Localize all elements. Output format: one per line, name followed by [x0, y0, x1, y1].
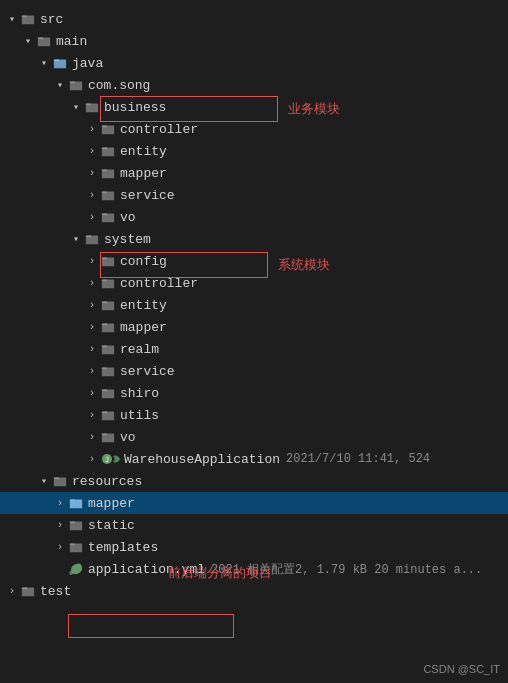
svg-rect-37	[102, 412, 107, 414]
arrow-business[interactable]	[68, 99, 84, 115]
tree-item-utils[interactable]: utils	[0, 404, 508, 426]
arrow-vo2[interactable]	[84, 429, 100, 445]
folder-icon-java	[52, 55, 68, 71]
arrow-system[interactable]	[68, 231, 84, 247]
arrow-main[interactable]	[20, 33, 36, 49]
arrow-templates[interactable]	[52, 539, 68, 555]
label-config: config	[120, 254, 167, 269]
tree-item-src[interactable]: src	[0, 8, 508, 30]
label-test: test	[40, 584, 71, 599]
arrow-shiro[interactable]	[84, 385, 100, 401]
tree-item-resources[interactable]: resources	[0, 470, 508, 492]
svg-text:J: J	[105, 456, 109, 464]
label-entity2: entity	[120, 298, 167, 313]
arrow-vo1[interactable]	[84, 209, 100, 225]
arrow-src[interactable]	[4, 11, 20, 27]
tree-item-vo1[interactable]: vo	[0, 206, 508, 228]
tree-item-java[interactable]: java	[0, 52, 508, 74]
svg-rect-11	[102, 126, 107, 128]
folder-icon-test	[20, 583, 36, 599]
label-system: system	[104, 232, 151, 247]
folder-icon-controller2	[100, 275, 116, 291]
tree-item-realm[interactable]: realm	[0, 338, 508, 360]
arrow-utils[interactable]	[84, 407, 100, 423]
tree-item-service1[interactable]: service	[0, 184, 508, 206]
svg-rect-27	[102, 302, 107, 304]
tree-item-entity2[interactable]: entity	[0, 294, 508, 316]
svg-rect-17	[102, 192, 107, 194]
arrow-controller1[interactable]	[84, 121, 100, 137]
label-static: static	[88, 518, 135, 533]
label-controller2: controller	[120, 276, 198, 291]
tree-item-comsong[interactable]: com.song	[0, 74, 508, 96]
label-resources: resources	[72, 474, 142, 489]
tree-item-system[interactable]: system	[0, 228, 508, 250]
label-utils: utils	[120, 408, 159, 423]
folder-icon-main	[36, 33, 52, 49]
folder-icon-static	[68, 517, 84, 533]
highlight-application-yml	[68, 614, 234, 638]
folder-icon-mapper1	[100, 165, 116, 181]
arrow-mapper2[interactable]	[84, 319, 100, 335]
folder-icon-src	[20, 11, 36, 27]
svg-rect-39	[102, 434, 107, 436]
arrow-service2[interactable]	[84, 363, 100, 379]
tree-item-vo2[interactable]: vo	[0, 426, 508, 448]
label-entity1: entity	[120, 144, 167, 159]
folder-icon-service1	[100, 187, 116, 203]
tree-item-application-yml[interactable]: application.yml 2021 相关配置2, 1.79 kB 20 m…	[0, 558, 508, 580]
label-realm: realm	[120, 342, 159, 357]
arrow-static[interactable]	[52, 517, 68, 533]
arrow-test[interactable]	[4, 583, 20, 599]
tree-item-mapper2[interactable]: mapper	[0, 316, 508, 338]
folder-icon-vo2	[100, 429, 116, 445]
svg-rect-49	[70, 544, 75, 546]
label-warehouse-app: WarehouseApplication	[124, 452, 280, 467]
arrow-warehouse-app[interactable]	[84, 451, 100, 467]
tree-item-business[interactable]: business	[0, 96, 508, 118]
folder-icon-entity2	[100, 297, 116, 313]
tree-item-main[interactable]: main	[0, 30, 508, 52]
tree-item-entity1[interactable]: entity	[0, 140, 508, 162]
arrow-entity2[interactable]	[84, 297, 100, 313]
label-java: java	[72, 56, 103, 71]
arrow-realm[interactable]	[84, 341, 100, 357]
tree-item-warehouse-app[interactable]: J WarehouseApplication 2021/7/10 11:41, …	[0, 448, 508, 470]
tree-item-mapper1[interactable]: mapper	[0, 162, 508, 184]
arrow-mapper1[interactable]	[84, 165, 100, 181]
tree-item-shiro[interactable]: shiro	[0, 382, 508, 404]
svg-point-50	[69, 571, 73, 575]
folder-icon-utils	[100, 407, 116, 423]
arrow-entity1[interactable]	[84, 143, 100, 159]
meta-warehouse-app: 2021/7/10 11:41, 524	[286, 452, 430, 466]
tree-item-controller1[interactable]: controller	[0, 118, 508, 140]
svg-rect-29	[102, 324, 107, 326]
label-application-yml: application.yml	[88, 562, 205, 577]
arrow-service1[interactable]	[84, 187, 100, 203]
tree-item-test[interactable]: test	[0, 580, 508, 602]
folder-icon-shiro	[100, 385, 116, 401]
arrow-comsong[interactable]	[52, 77, 68, 93]
arrow-config[interactable]	[84, 253, 100, 269]
label-business: business	[104, 100, 166, 115]
watermark: CSDN @SC_IT	[423, 663, 500, 675]
tree-item-mapper3[interactable]: mapper	[0, 492, 508, 514]
file-tree: src main java com.song business	[0, 0, 508, 610]
arrow-mapper3[interactable]	[52, 495, 68, 511]
label-mapper1: mapper	[120, 166, 167, 181]
label-shiro: shiro	[120, 386, 159, 401]
svg-rect-35	[102, 390, 107, 392]
folder-icon-entity1	[100, 143, 116, 159]
tree-item-config[interactable]: config	[0, 250, 508, 272]
meta-application-yml: 2021 相关配置2, 1.79 kB 20 minutes a...	[211, 561, 482, 578]
tree-item-controller2[interactable]: controller	[0, 272, 508, 294]
folder-icon-templates	[68, 539, 84, 555]
tree-item-templates[interactable]: templates	[0, 536, 508, 558]
arrow-application-yml	[52, 561, 68, 577]
arrow-controller2[interactable]	[84, 275, 100, 291]
arrow-java[interactable]	[36, 55, 52, 71]
tree-item-static[interactable]: static	[0, 514, 508, 536]
label-controller1: controller	[120, 122, 198, 137]
tree-item-service2[interactable]: service	[0, 360, 508, 382]
arrow-resources[interactable]	[36, 473, 52, 489]
